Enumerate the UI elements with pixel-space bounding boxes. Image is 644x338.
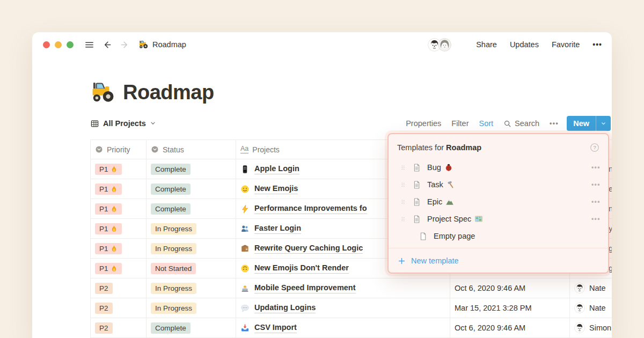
person-avatar	[574, 303, 585, 313]
status-cell[interactable]: In Progress	[147, 239, 236, 258]
close-window-button[interactable]	[43, 41, 50, 48]
priority-tag: P1	[95, 203, 122, 215]
template-doc-icon	[412, 163, 421, 172]
priority-cell[interactable]: P2	[91, 298, 147, 318]
priority-cell[interactable]: P1	[91, 219, 147, 238]
project-cell[interactable]: Updating Logins	[236, 298, 450, 318]
template-item[interactable]: Bug•••	[389, 159, 608, 176]
priority-cell[interactable]: P1	[91, 159, 147, 179]
ladybug-emoji-icon	[444, 163, 453, 172]
status-tag: In Progress	[151, 303, 196, 314]
search-button[interactable]: Search	[503, 119, 539, 128]
template-label: Bug	[427, 163, 441, 172]
status-cell[interactable]: Complete	[147, 199, 236, 218]
template-item[interactable]: Project Spec•••	[389, 210, 608, 227]
filter-button[interactable]: Filter	[451, 119, 469, 128]
priority-cell[interactable]: P1	[91, 239, 147, 258]
minimize-window-button[interactable]	[55, 41, 62, 48]
status-cell[interactable]: Not Started	[147, 259, 236, 278]
properties-button[interactable]: Properties	[406, 119, 441, 128]
popup-title-doc: Roadmap	[446, 143, 481, 152]
template-item[interactable]: Empty page	[389, 227, 608, 245]
iphone-emoji-icon	[240, 165, 250, 174]
share-button[interactable]: Share	[476, 40, 497, 49]
template-options-button[interactable]: •••	[591, 164, 601, 171]
person-value: Nate	[574, 283, 606, 293]
updates-button[interactable]: Updates	[510, 40, 539, 49]
person-cell[interactable]: Simon	[570, 318, 612, 337]
person-cell[interactable]: Nate	[570, 298, 612, 318]
status-cell[interactable]: Complete	[147, 159, 236, 179]
template-list: Bug•••Task•••Epic•••Project Spec•••Empty…	[389, 159, 608, 245]
priority-tag: P2	[95, 283, 113, 294]
person-value: Simon	[574, 322, 611, 333]
zoom-window-button[interactable]	[67, 41, 74, 48]
status-tag: Complete	[151, 203, 191, 215]
app-window: Roadmap Share Updates Favorite ••• Roadm…	[32, 32, 612, 338]
date-cell[interactable]: Oct 6, 2020 9:46 AM	[450, 318, 570, 337]
drag-handle-icon[interactable]	[400, 198, 406, 206]
priority-cell[interactable]: P2	[91, 318, 147, 337]
new-dropdown-button[interactable]	[596, 116, 611, 131]
project-title: Performance Improvements fo	[254, 203, 367, 214]
question-circle-icon[interactable]	[590, 143, 599, 152]
drag-handle-icon[interactable]	[400, 215, 406, 223]
status-tag: Complete	[151, 164, 191, 175]
status-cell[interactable]: Complete	[147, 179, 236, 199]
priority-tag: P1	[95, 263, 122, 274]
person-cell[interactable]: Nate	[570, 278, 612, 298]
priority-cell[interactable]: P1	[91, 199, 147, 218]
back-button[interactable]	[102, 40, 112, 50]
sort-button[interactable]: Sort	[479, 119, 494, 128]
priority-tag: P1	[95, 183, 122, 195]
project-title: Apple Login	[254, 164, 299, 174]
column-header-priority[interactable]: Priority	[91, 140, 147, 159]
forward-arrow-icon	[120, 40, 130, 50]
toolbar-more-button[interactable]: •••	[550, 120, 559, 127]
project-cell[interactable]: CSV Import	[236, 318, 450, 337]
page-emoji-tractor-icon[interactable]	[90, 80, 115, 105]
status-cell[interactable]: Complete	[147, 318, 236, 337]
select-property-icon	[151, 145, 159, 153]
project-title: New Emojis	[254, 183, 298, 194]
status-cell[interactable]: In Progress	[147, 298, 236, 318]
collaborator-avatar[interactable]	[438, 38, 451, 52]
date-cell[interactable]: Oct 6, 2020 9:46 AM	[450, 278, 570, 298]
fire-emoji-icon	[111, 265, 118, 272]
priority-cell[interactable]: P1	[91, 179, 147, 199]
template-label: Empty page	[434, 232, 475, 240]
favorite-button[interactable]: Favorite	[552, 40, 580, 49]
title-property-icon: Aa	[240, 145, 248, 153]
back-arrow-icon	[102, 40, 112, 50]
hammer-emoji-icon	[447, 180, 455, 189]
breadcrumb[interactable]: Roadmap	[138, 40, 186, 49]
template-options-button[interactable]: •••	[591, 181, 601, 188]
topbar-more-button[interactable]: •••	[592, 40, 602, 49]
date-cell[interactable]: Mar 15, 2021 3:28 PM	[450, 298, 570, 318]
mountain-emoji-icon	[445, 197, 454, 206]
template-label: Epic	[427, 197, 442, 206]
new-button[interactable]: New	[567, 116, 596, 131]
status-cell[interactable]: In Progress	[147, 278, 236, 298]
template-item[interactable]: Epic•••	[389, 193, 608, 210]
sidebar-menu-button[interactable]	[84, 40, 94, 50]
template-options-button[interactable]: •••	[591, 198, 601, 205]
view-switcher[interactable]: All Projects	[90, 119, 156, 128]
person-value: Nate	[574, 303, 606, 313]
priority-cell[interactable]: P1	[91, 259, 147, 278]
drag-handle-icon[interactable]	[400, 164, 406, 172]
forward-button[interactable]	[120, 40, 130, 50]
project-cell[interactable]: Mobile Speed Improvement	[236, 278, 450, 298]
priority-tag: P2	[95, 303, 113, 314]
priority-cell[interactable]: P2	[91, 278, 147, 298]
drag-handle-icon[interactable]	[400, 181, 406, 189]
template-doc-icon	[412, 180, 421, 189]
template-options-button[interactable]: •••	[591, 215, 601, 223]
new-template-button[interactable]: New template	[389, 248, 608, 273]
template-item[interactable]: Task•••	[389, 176, 608, 193]
column-header-status[interactable]: Status	[147, 140, 236, 159]
project-title: New Emojis Don't Render	[254, 263, 349, 274]
status-cell[interactable]: In Progress	[147, 219, 236, 238]
view-toolbar: All Projects Properties Filter Sort Sear…	[90, 115, 612, 132]
status-tag: Complete	[151, 322, 191, 334]
